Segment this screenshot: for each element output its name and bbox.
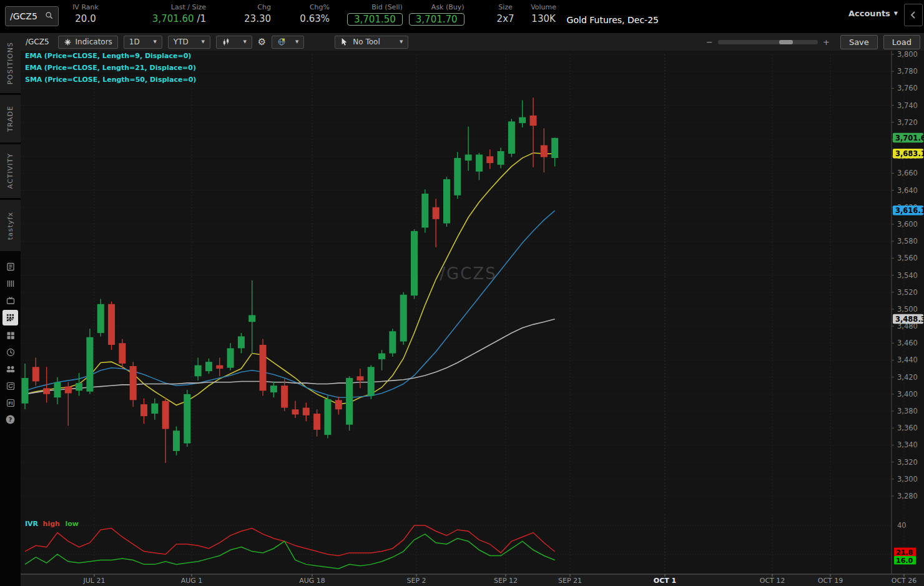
zoom-slider[interactable] xyxy=(718,40,818,44)
left-sidebar: POSITIONS TRADE ACTIVITY tastyfx xyxy=(0,33,21,586)
sidebar-tab-activity[interactable]: ACTIVITY xyxy=(0,144,21,198)
field-value: 0.63% xyxy=(300,12,330,25)
svg-text:3,320: 3,320 xyxy=(897,458,918,467)
zoom-in-button[interactable]: + xyxy=(818,37,835,47)
dashboard-grid-icon[interactable] xyxy=(0,327,21,344)
ema21-line xyxy=(25,211,555,397)
drawing-tool-dropdown[interactable]: No Tool ▼ xyxy=(335,36,408,49)
tab-label: TRADE xyxy=(6,106,14,132)
svg-text:high: high xyxy=(43,520,60,528)
zoom-slider-handle[interactable] xyxy=(779,40,793,44)
indicators-button[interactable]: Indicators xyxy=(58,36,118,49)
help-icon[interactable]: ? xyxy=(0,411,21,428)
sidebar-tab-trade[interactable]: TRADE xyxy=(0,95,21,142)
svg-text:3,660: 3,660 xyxy=(897,169,918,177)
range-value: YTD xyxy=(174,37,189,46)
svg-text:3,300: 3,300 xyxy=(897,475,918,484)
contract-description: Gold Futures, Dec-25 xyxy=(567,15,659,25)
accounts-menu[interactable]: Accounts ▼ xyxy=(848,9,898,18)
ivr-high-badge: 21.8 xyxy=(894,548,916,557)
range-dropdown[interactable]: YTD ▼ xyxy=(168,36,210,49)
indicators-icon xyxy=(64,38,72,46)
field-label: Last / Size xyxy=(171,3,206,12)
tool-label: No Tool xyxy=(353,37,394,46)
svg-text:?: ? xyxy=(9,416,12,423)
svg-text:OCT 12: OCT 12 xyxy=(760,577,785,585)
chevron-down-icon: ▼ xyxy=(894,11,898,16)
fi-icon[interactable]: FI xyxy=(0,394,21,411)
field-size: Size 2x7 xyxy=(494,3,517,25)
svg-text:3,616.1: 3,616.1 xyxy=(895,206,924,215)
svg-text:3,780: 3,780 xyxy=(897,67,918,76)
svg-text:3,488.3: 3,488.3 xyxy=(895,315,924,324)
save-button[interactable]: Save xyxy=(840,35,878,49)
toolbar-symbol: /GCZ5 xyxy=(26,37,49,46)
svg-text:EMA (Price=CLOSE, Length=9, Di: EMA (Price=CLOSE, Length=9, Displace=0) xyxy=(25,52,191,60)
svg-text:3,520: 3,520 xyxy=(897,288,918,297)
tv-screener-icon[interactable] xyxy=(0,292,21,309)
ivr-axis-label: 40 xyxy=(897,521,907,530)
sidebar-tab-tastyfx[interactable]: tastyfx xyxy=(0,200,21,251)
svg-text:3,640: 3,640 xyxy=(897,186,918,195)
globe-session-dropdown[interactable]: ▼ xyxy=(272,36,304,49)
svg-text:SMA (Price=CLOSE, Length=50, D: SMA (Price=CLOSE, Length=50, Displace=0) xyxy=(25,76,196,84)
field-value: 2x7 xyxy=(497,12,514,25)
price-chart-canvas[interactable]: /GCZSEMA (Price=CLOSE, Length=9, Displac… xyxy=(21,51,924,586)
svg-text:3,380: 3,380 xyxy=(897,407,918,415)
collapse-panel-button[interactable] xyxy=(904,4,923,26)
search-icon[interactable] xyxy=(45,11,54,22)
quotes-list-icon[interactable] xyxy=(0,275,21,292)
journal-icon[interactable] xyxy=(0,258,21,275)
ivr-legend: IVRhighlow xyxy=(25,520,79,528)
field-chg-pct: Chg% 0.63% xyxy=(292,3,330,25)
field-label: Chg xyxy=(257,3,271,12)
tab-label: POSITIONS xyxy=(6,42,14,84)
ema9-badge: 3,683.1 xyxy=(893,149,924,159)
symbol-search-box[interactable]: /GCZ5 xyxy=(5,6,59,26)
symbol-text: /GCZ5 xyxy=(10,11,37,21)
sma50-badge: 3,488.3 xyxy=(893,314,924,324)
bid-button[interactable]: 3,701.50 xyxy=(347,13,403,26)
chevron-down-icon: ▼ xyxy=(400,39,403,44)
field-bid: Bid (Sell) 3,701.50 xyxy=(347,3,403,26)
svg-text:21.8: 21.8 xyxy=(896,549,913,557)
field-last-size: Last / Size 3,701.60 /1 xyxy=(125,3,206,25)
svg-text:16.0: 16.0 xyxy=(896,557,913,565)
chevron-left-icon xyxy=(910,11,917,19)
indicators-label: Indicators xyxy=(76,37,112,46)
chart-tab-icon-active[interactable] xyxy=(0,309,21,327)
tab-label: tastyfx xyxy=(6,212,14,240)
ivr-low-line xyxy=(25,534,555,569)
accounts-label: Accounts xyxy=(848,9,890,18)
svg-text:3,440: 3,440 xyxy=(897,355,918,364)
svg-text:AUG 18: AUG 18 xyxy=(299,577,325,585)
history-clock-icon[interactable] xyxy=(0,344,21,360)
chart-area: /GCZSEMA (Price=CLOSE, Length=9, Displac… xyxy=(21,51,924,586)
chevron-down-icon: ▼ xyxy=(153,39,156,44)
top-info-bar: /GCZ5 IV Rank 20.0 Last / Size 3,701.60 … xyxy=(0,0,924,33)
field-label: Bid (Sell) xyxy=(371,3,403,12)
load-button[interactable]: Load xyxy=(883,35,920,49)
svg-text:SEP 2: SEP 2 xyxy=(406,577,426,585)
active-icon-background xyxy=(2,310,18,325)
follow-traders-icon[interactable] xyxy=(0,360,21,377)
cursor-icon xyxy=(340,37,348,46)
zoom-out-button[interactable]: − xyxy=(701,37,718,47)
svg-text:3,280: 3,280 xyxy=(897,492,918,500)
svg-text:3,420: 3,420 xyxy=(897,373,918,382)
field-volume: Volume 130K xyxy=(529,3,558,25)
svg-text:3,460: 3,460 xyxy=(897,339,918,347)
ask-button[interactable]: 3,701.70 xyxy=(409,13,464,26)
field-value: 130K xyxy=(531,12,555,25)
timeframe-dropdown[interactable]: 1D ▼ xyxy=(124,36,162,49)
sidebar-tab-positions[interactable]: POSITIONS xyxy=(0,33,21,93)
settings-gear-icon[interactable]: ⚙ xyxy=(258,36,266,47)
svg-text:3,540: 3,540 xyxy=(897,271,918,280)
chevron-down-icon: ▼ xyxy=(201,39,204,44)
chart-toolbar: /GCZ5 Indicators 1D ▼ YTD ▼ ▼ xyxy=(21,33,924,51)
chart-type-dropdown[interactable]: ▼ xyxy=(216,36,252,49)
tab-label: ACTIVITY xyxy=(6,153,14,189)
replay-icon[interactable] xyxy=(0,377,21,394)
field-value: 20.0 xyxy=(75,12,96,25)
field-label: Size xyxy=(498,3,513,12)
